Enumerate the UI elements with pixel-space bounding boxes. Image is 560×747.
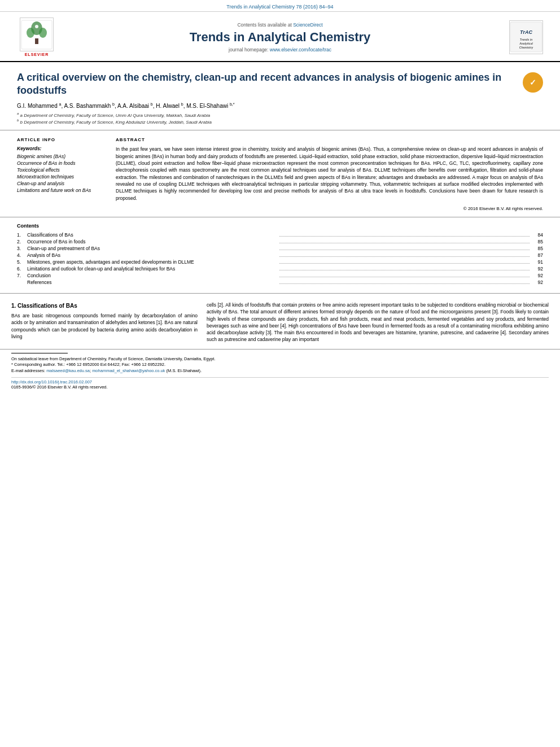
section1-text-left: BAs are basic nitrogenous compounds form… bbox=[11, 312, 198, 340]
svg-rect-4 bbox=[35, 38, 38, 44]
toc-text-ref: References bbox=[27, 279, 277, 285]
toc-num-4: 4. bbox=[17, 252, 27, 258]
doi-link[interactable]: http://dx.doi.org/10.1016/j.trac.2016.02… bbox=[11, 379, 92, 385]
journal-ref-link[interactable]: Trends in Analytical Chemistry 78 (2016)… bbox=[226, 4, 333, 10]
footnote-rule bbox=[11, 353, 68, 353]
toc-text-1: Classifications of BAs bbox=[27, 232, 277, 238]
keyword-2: Occurrence of BAs in foods bbox=[17, 160, 104, 167]
toc-page-7: 92 bbox=[532, 273, 543, 278]
footnote-sabbatical: On sabbatical leave from Department of C… bbox=[11, 356, 549, 362]
journal-center: Contents lists available at ScienceDirec… bbox=[56, 22, 504, 53]
toc-item-3: 3. Clean-up and pretreatment of BAs 85 bbox=[17, 246, 543, 251]
toc-num-6: 6. bbox=[17, 266, 27, 272]
column-right: cells [2]. All kinds of foodstuffs that … bbox=[207, 302, 549, 343]
toc-text-2: Occurrence of BAs in foods bbox=[27, 239, 277, 244]
journal-title: Trends in Analytical Chemistry bbox=[68, 30, 492, 45]
homepage-link[interactable]: www.elsevier.com/locate/trac bbox=[270, 47, 331, 53]
copyright-line: © 2016 Elsevier B.V. All rights reserved… bbox=[116, 206, 543, 211]
footnote-corresponding: * Corresponding author. Tel.: +966 12 69… bbox=[11, 362, 549, 368]
keyword-1: Biogenic amines (BAs) bbox=[17, 154, 104, 160]
footnote-rule-2 bbox=[11, 377, 549, 378]
trac-logo-container: TrAC Trends in Analytical Chemistry bbox=[504, 20, 543, 54]
toc-dots-1 bbox=[279, 236, 530, 237]
doi-line: http://dx.doi.org/10.1016/j.trac.2016.02… bbox=[11, 379, 549, 385]
authors-line: G.I. Mohammed a, A.S. Bashammakh b, A.A.… bbox=[17, 102, 543, 109]
toc-num-3: 3. bbox=[17, 246, 27, 251]
crossmark-badge[interactable]: ✓ bbox=[523, 72, 543, 93]
email-link-2[interactable]: mohammad_el_shahawi@yahoo.co.uk bbox=[92, 368, 165, 373]
keyword-6: Limitations and future work on BAs bbox=[17, 187, 104, 194]
toc-text-3: Clean-up and pretreatment of BAs bbox=[27, 246, 277, 251]
article-info-title: ARTICLE INFO bbox=[17, 137, 104, 142]
toc-dots-4 bbox=[279, 256, 530, 257]
toc-num-1: 1. bbox=[17, 232, 27, 238]
toc-page-2: 85 bbox=[532, 239, 543, 244]
toc-text-4: Analysis of BAs bbox=[27, 252, 277, 258]
keyword-3: Toxicological effects bbox=[17, 167, 104, 174]
sciencedirect-link[interactable]: ScienceDirect bbox=[293, 22, 322, 28]
svg-point-3 bbox=[39, 28, 47, 38]
article-title-row: A critical overview on the chemistry, cl… bbox=[17, 71, 543, 98]
affiliation-a: a a Department of Chemistry, Faculty of … bbox=[17, 112, 543, 118]
top-bar: Trends in Analytical Chemistry 78 (2016)… bbox=[0, 0, 560, 12]
section1-heading: 1. Classifications of BAs bbox=[11, 303, 198, 309]
toc-item-1: 1. Classifications of BAs 84 bbox=[17, 232, 543, 238]
keywords-label: Keywords: bbox=[17, 146, 104, 151]
abstract-text: In the past few years, we have seen inte… bbox=[116, 146, 543, 202]
toc-dots-ref bbox=[279, 283, 530, 284]
toc-num-7: 7. bbox=[17, 273, 27, 278]
elsevier-logo-image bbox=[20, 18, 54, 51]
journal-homepage: journal homepage: www.elsevier.com/locat… bbox=[68, 47, 492, 53]
toc-num-2: 2. bbox=[17, 239, 27, 244]
article-body-top: ARTICLE INFO Keywords: Biogenic amines (… bbox=[0, 130, 560, 217]
article-title: A critical overview on the chemistry, cl… bbox=[17, 71, 523, 98]
affiliations: a a Department of Chemistry, Faculty of … bbox=[17, 112, 543, 124]
toc-item-4: 4. Analysis of BAs 87 bbox=[17, 252, 543, 258]
keyword-4: Microextraction techniques bbox=[17, 174, 104, 181]
toc-page-6: 92 bbox=[532, 266, 543, 272]
toc-text-7: Conclusion bbox=[27, 273, 277, 278]
toc-page-ref: 92 bbox=[532, 279, 543, 285]
toc-dots-7 bbox=[279, 277, 530, 277]
svg-point-2 bbox=[27, 28, 34, 38]
article-info-panel: ARTICLE INFO Keywords: Biogenic amines (… bbox=[17, 137, 104, 211]
footnote-email: E-mail addresses: malsaeed@kau.edu.sa; m… bbox=[11, 368, 549, 374]
article-header: A critical overview on the chemistry, cl… bbox=[0, 62, 560, 130]
page: Trends in Analytical Chemistry 78 (2016)… bbox=[0, 0, 560, 747]
svg-text:Trends in: Trends in bbox=[520, 38, 532, 41]
crossmark-icon: ✓ bbox=[523, 72, 543, 93]
toc-item-7: 7. Conclusion 92 bbox=[17, 273, 543, 278]
toc-item-ref: References 92 bbox=[17, 279, 543, 285]
toc-page-1: 84 bbox=[532, 232, 543, 238]
affiliation-b: b b Department of Chemistry, Faculty of … bbox=[17, 119, 543, 125]
toc-dots-6 bbox=[279, 270, 530, 270]
footnote-section: On sabbatical leave from Department of C… bbox=[0, 349, 560, 392]
contents-section: Contents 1. Classifications of BAs 84 2.… bbox=[0, 217, 560, 294]
abstract-section: ABSTRACT In the past few years, we have … bbox=[116, 137, 543, 211]
issn-line: 0165-9936/© 2016 Elsevier B.V. All right… bbox=[11, 385, 549, 390]
toc-item-6: 6. Limitations and outlook for clean-up … bbox=[17, 266, 543, 272]
email-link-1[interactable]: malsaeed@kau.edu.sa bbox=[46, 368, 90, 373]
toc-page-3: 85 bbox=[532, 246, 543, 251]
toc-dots-2 bbox=[279, 243, 530, 243]
keyword-5: Clean-up and analysis bbox=[17, 181, 104, 187]
toc-item-2: 2. Occurrence of BAs in foods 85 bbox=[17, 239, 543, 244]
toc-item-5: 5. Milestones, green aspects, advantages… bbox=[17, 259, 543, 265]
toc-page-5: 91 bbox=[532, 259, 543, 265]
elsevier-label: ELSEVIER bbox=[25, 53, 49, 56]
svg-point-5 bbox=[35, 25, 38, 28]
toc-text-6: Limitations and outlook for clean-up and… bbox=[27, 266, 277, 272]
svg-text:✓: ✓ bbox=[530, 78, 536, 87]
main-content: 1. Classifications of BAs BAs are basic … bbox=[0, 294, 560, 349]
toc-num-ref bbox=[17, 279, 27, 285]
trac-logo: TrAC Trends in Analytical Chemistry bbox=[509, 20, 543, 54]
journal-header: ELSEVIER Contents lists available at Sci… bbox=[0, 12, 560, 62]
toc-num-5: 5. bbox=[17, 259, 27, 265]
svg-text:TrAC: TrAC bbox=[520, 29, 532, 35]
svg-text:Analytical: Analytical bbox=[519, 42, 533, 45]
contents-available: Contents lists available at ScienceDirec… bbox=[68, 22, 492, 28]
toc-dots-5 bbox=[279, 263, 530, 264]
column-left: 1. Classifications of BAs BAs are basic … bbox=[11, 302, 198, 343]
toc-dots-3 bbox=[279, 250, 530, 250]
svg-text:Chemistry: Chemistry bbox=[519, 46, 533, 49]
